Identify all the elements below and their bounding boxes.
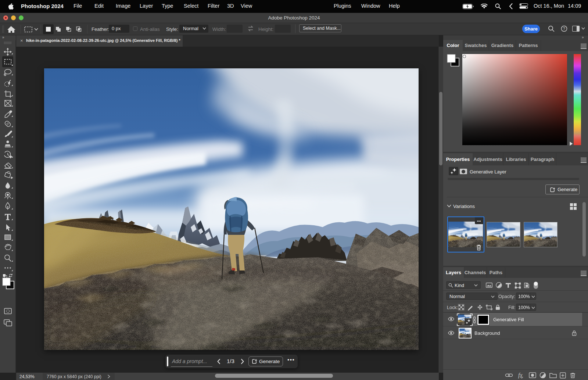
svg-text:?: ? (563, 26, 565, 31)
svg-text:fx: fx (518, 372, 523, 379)
